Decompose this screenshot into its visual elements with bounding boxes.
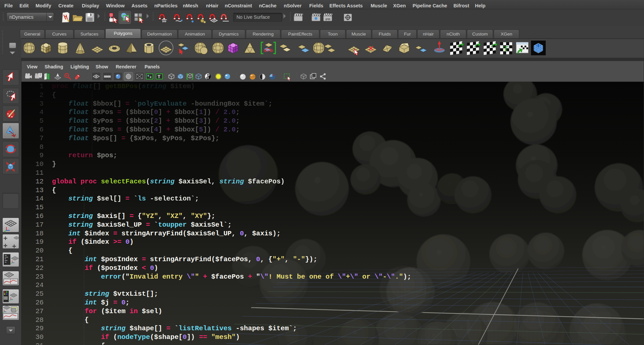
svg-text:IPR: IPR xyxy=(325,18,331,21)
svg-text:T: T xyxy=(158,74,160,79)
svg-text:T: T xyxy=(503,44,508,53)
